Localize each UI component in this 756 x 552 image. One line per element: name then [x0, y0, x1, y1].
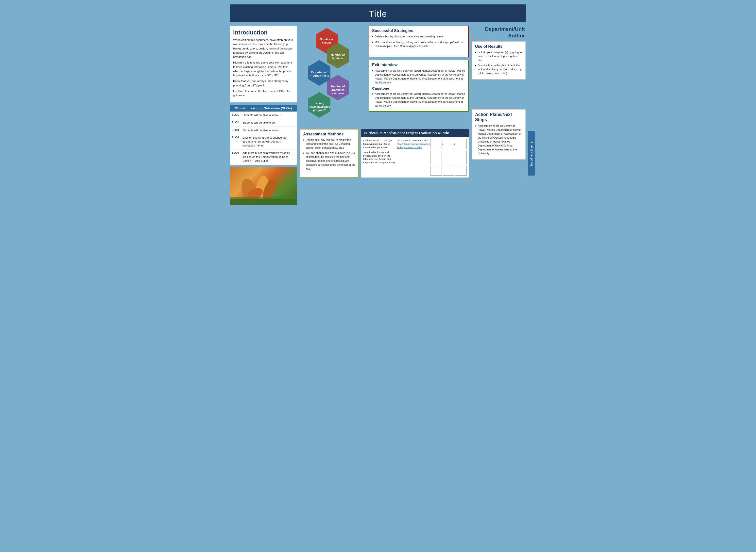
successful-bullet-1: • Delete a box by clicking on the outlin… — [372, 34, 465, 39]
assessment-methods-box: Assessment Methods • Double-click any te… — [300, 129, 359, 177]
curriculum-text-1: Click on Insert → Table (in top navigati… — [363, 139, 395, 149]
use-bullet-1: • Include your own photo(s) by going to … — [475, 50, 522, 62]
slo-row-1: SLO1 Students will be able to know… — [230, 112, 297, 119]
dept-author-line2: Author — [508, 33, 525, 38]
dept-author-line1: Department/Unit — [485, 26, 525, 32]
capstone-bullet-icon: • — [372, 92, 373, 108]
capstone-text: Assessment at the University of Hawai'i … — [375, 92, 465, 108]
slo-header: Student Learning Outcomes (SLOs) — [230, 105, 297, 112]
action-plans-bullet: • Assessment at the University of Hawai'… — [475, 124, 522, 156]
use-bullet-icon-1: • — [475, 50, 476, 62]
assessment-text-2: You can change the size of boxes (e.g., … — [306, 151, 355, 171]
curriculum-map-body: Click on Insert → Table (in top navigati… — [361, 137, 469, 177]
curriculum-map-header: Curriculum Map/Student Project Evaluatio… — [361, 129, 469, 137]
successful-bullet-2: • Make an identical box by clicking on a… — [372, 40, 465, 48]
photo-box — [230, 167, 297, 205]
center-column: Number ofFaculty Number ofStudents Depar… — [300, 26, 469, 177]
curriculum-cells-3 — [430, 166, 467, 175]
curriculum-cell-2b — [443, 151, 454, 164]
curriculum-cell-3b — [443, 166, 454, 175]
slo3-text: Students will be able to value… — [242, 129, 281, 132]
bottom-center-row: Assessment Methods • Double-click any te… — [300, 129, 469, 177]
slo4-label: SLO4 — [232, 136, 241, 139]
curriculum-cell-3a — [430, 166, 442, 175]
successful-text-1: Delete a box by clicking on the outline … — [375, 34, 444, 39]
assess-bullet-icon-2: • — [303, 151, 305, 171]
curriculum-row-1: Click on Insert → Table (in top navigati… — [363, 139, 467, 149]
hex-cluster: Number ofFaculty Number ofStudents Depar… — [300, 26, 366, 127]
slo-row-5: SLO5 Add more bullet points/arrows by go… — [230, 149, 297, 164]
slo4-text: Click on this SmartArt to change the des… — [242, 136, 295, 147]
slo2-label: SLO2 — [232, 121, 241, 124]
capstone-bullet: • Assessment at the University of Hawai'… — [372, 92, 465, 108]
exit-interview-box: Exit Interview • Assessment at the Unive… — [368, 60, 469, 112]
bullet-icon-2: • — [372, 40, 373, 48]
slo5-label: SLO5 — [232, 151, 241, 154]
slo5-text: Add more bullet points/arrows by going c… — [242, 151, 295, 163]
assessment-text-1: Double-click any text box to modify the … — [306, 138, 355, 150]
capstone-title: Capstone — [372, 86, 465, 90]
page-title: Title — [368, 9, 387, 18]
curriculum-for-more: For more info on rubrics, visit — [397, 139, 428, 142]
assessment-bullet-2: • You can change the size of boxes (e.g.… — [303, 151, 355, 171]
curriculum-cell-1c — [455, 139, 467, 149]
exit-interview-text: Assessment at the University of Hawai'i … — [375, 69, 465, 85]
implications-label: Implications — [530, 141, 533, 166]
intro-title: Introduction — [233, 29, 294, 36]
intro-para-1: When editing this document, save often o… — [233, 38, 294, 59]
intro-para-4: Feel free to contact the Assessment Offi… — [233, 89, 294, 98]
poster: Title Introduction When editing this doc… — [230, 4, 526, 205]
slo-box: Student Learning Outcomes (SLOs) SLO1 St… — [230, 105, 297, 164]
curriculum-row-2: To edit table format and presentation, c… — [363, 151, 467, 164]
curriculum-cell-2c — [455, 151, 467, 164]
slo-row-2: SLO2 Students will be able to do… — [230, 119, 297, 127]
slo3-label: SLO3 — [232, 129, 241, 131]
use-text-1: Include your own photo(s) by going to In… — [478, 50, 522, 62]
curriculum-cell-1a — [430, 139, 442, 149]
successful-text-2: Make an identical box by clicking on a b… — [375, 40, 465, 48]
photo-placeholder — [230, 167, 297, 205]
exit-interview-bullet: • Assessment at the University of Hawai'… — [372, 69, 465, 85]
slo-row-3: SLO3 Students will be able to value… — [230, 127, 297, 134]
intro-para-3: Know that you can always undo changes by… — [233, 79, 294, 88]
curriculum-row-3 — [363, 166, 467, 175]
use-bullet-2: • Double-click on the photo to edit the … — [475, 63, 522, 75]
slo1-label: SLO1 — [232, 113, 241, 116]
main-content: Introduction When editing this document,… — [230, 26, 526, 205]
assessment-methods-title: Assessment Methods — [303, 132, 355, 136]
slo-row-4: SLO4 Click on this SmartArt to change th… — [230, 134, 297, 149]
successful-strategies-box: Successful Strategies • Delete a box by … — [368, 26, 469, 57]
successful-bullet-3: . — [372, 49, 465, 53]
center-row: Number ofFaculty Number ofStudents Depar… — [300, 26, 469, 127]
slo2-text: Students will be able to do… — [242, 121, 278, 125]
curriculum-map-box: Curriculum Map/Student Project Evaluatio… — [361, 129, 469, 177]
successful-text-3: . — [373, 49, 374, 53]
use-bullet-icon-2: • — [475, 63, 476, 75]
action-plans-box: Action Plans/Next Steps • Assessment at … — [472, 109, 526, 160]
use-of-results-title: Use of Results — [475, 44, 522, 49]
exit-bullet-icon: • — [372, 69, 373, 85]
assess-bullet-icon-1: • — [303, 138, 305, 150]
hex-program — [308, 92, 330, 118]
dept-author: Department/Unit Author — [472, 26, 526, 39]
action-plans-text: Assessment at the University of Hawai'i … — [478, 124, 522, 156]
intro-para-2: Highlight this text and paste your own t… — [233, 60, 294, 78]
curriculum-cell-2a — [430, 151, 442, 164]
introduction-box: Introduction When editing this document,… — [230, 26, 297, 103]
slo1-text: Students will be able to know… — [242, 113, 281, 117]
curriculum-cells-2 — [430, 151, 467, 164]
curriculum-cell-1b — [443, 139, 454, 149]
svg-rect-5 — [230, 199, 297, 205]
assessment-bullet-1: • Double-click any text box to modify th… — [303, 138, 355, 150]
curriculum-cell-3c — [455, 166, 467, 175]
use-of-results-box: Use of Results • Include your own photo(… — [472, 41, 526, 79]
implications-banner: Implications — [528, 131, 535, 175]
action-bullet-icon: • — [475, 124, 476, 156]
use-text-2: Double-click on the photo to edit the lo… — [478, 63, 522, 75]
photo-svg — [230, 167, 297, 205]
hexagon-svg — [300, 26, 366, 127]
curriculum-cells-1 — [430, 139, 467, 149]
successful-strategies-title: Successful Strategies — [372, 28, 465, 33]
action-plans-title: Action Plans/Next Steps — [475, 112, 522, 122]
exit-interview-title: Exit Interview — [372, 63, 465, 67]
